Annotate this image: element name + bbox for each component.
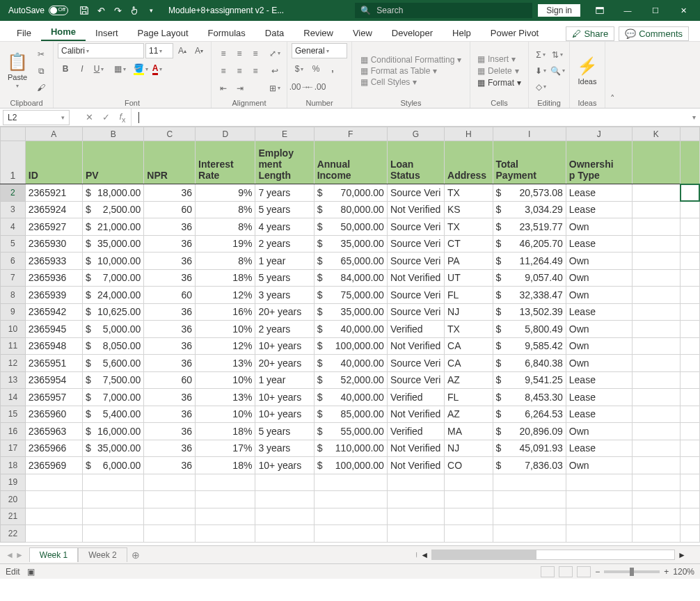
cell[interactable]: 36 [144,457,196,474]
align-top-icon[interactable]: ≡ [216,46,231,61]
col-header-[interactable] [681,127,699,141]
cell[interactable]: Not Verified [387,406,444,423]
cell[interactable]: $100,000.00 [314,337,387,355]
cell[interactable]: TX [445,321,493,338]
cell[interactable]: Not Verified [387,201,444,218]
cell[interactable]: 5 years [255,201,314,218]
horizontal-scrollbar[interactable] [431,550,675,560]
cell[interactable]: PA [445,253,493,270]
cell[interactable]: 2365963 [25,423,82,440]
signin-button[interactable]: Sign in [538,4,580,17]
cell[interactable]: 36 [144,406,196,423]
cell[interactable] [445,491,493,508]
chevron-down-icon[interactable]: ▾ [61,114,65,121]
cell[interactable] [681,253,699,270]
cell[interactable]: MA [445,423,493,440]
cell[interactable]: 36 [144,253,196,270]
cell[interactable]: $6,264.53 [493,406,566,423]
zoom-slider[interactable] [604,570,660,573]
cell[interactable] [196,508,255,525]
cell[interactable]: 36 [144,235,196,253]
cell[interactable] [387,525,444,543]
cell[interactable]: $9,057.40 [493,269,566,287]
cell[interactable]: 7 years [255,184,314,202]
cell[interactable] [632,423,680,440]
cell[interactable]: 10+ years [255,457,314,474]
sheet-tab-week1[interactable]: Week 1 [29,547,78,562]
cell[interactable]: Own [566,423,632,440]
cell[interactable]: TX [445,218,493,236]
cell[interactable] [632,389,680,406]
cell[interactable]: 2365951 [25,355,82,372]
cell[interactable] [632,474,680,491]
cell[interactable] [493,508,566,525]
cell[interactable] [25,491,82,508]
cell[interactable] [566,525,632,543]
tab-view[interactable]: View [343,25,382,41]
cell[interactable]: $21,000.00 [82,218,143,236]
scroll-left-icon[interactable]: ◄ [420,550,429,560]
header-cell[interactable]: ID [25,141,82,184]
cell[interactable]: 5 years [255,269,314,287]
align-right-icon[interactable]: ≡ [248,63,263,79]
col-header-D[interactable]: D [196,127,255,141]
row-header-15[interactable]: 15 [1,406,26,423]
cell[interactable] [255,491,314,508]
cell[interactable] [681,525,699,543]
cell[interactable] [493,474,566,491]
cell[interactable]: Own [566,355,632,372]
col-header-B[interactable]: B [82,127,143,141]
cell[interactable]: 1 year [255,253,314,270]
cell[interactable] [144,474,196,491]
row-header-16[interactable]: 16 [1,423,26,440]
cell[interactable]: $6,000.00 [82,457,143,474]
cell[interactable]: Source Veri [387,287,444,304]
conditional-formatting-button[interactable]: ▦ Conditional Formatting ▾ [358,55,465,65]
cell[interactable] [632,201,680,218]
cell[interactable]: 36 [144,440,196,457]
cell[interactable]: $13,502.39 [493,303,566,321]
cell[interactable]: Own [566,218,632,236]
cell[interactable]: 13% [196,355,255,372]
cell[interactable] [314,491,387,508]
font-name-combo[interactable]: Calibri [58,43,144,58]
cell[interactable]: $55,000.00 [314,423,387,440]
col-header-I[interactable]: I [493,127,566,141]
cell[interactable] [681,389,699,406]
cell[interactable] [632,508,680,525]
cell[interactable] [25,474,82,491]
cell[interactable] [681,235,699,253]
cell[interactable]: Own [566,269,632,287]
cell[interactable] [632,406,680,423]
cell[interactable] [25,525,82,543]
font-color-icon[interactable]: A [150,61,165,77]
tab-data[interactable]: Data [255,25,294,41]
cell[interactable]: 2 years [255,235,314,253]
cell[interactable]: Own [566,321,632,338]
cell[interactable] [25,508,82,525]
tab-insert[interactable]: Insert [86,25,128,41]
align-middle-icon[interactable]: ≡ [232,46,247,61]
cell[interactable] [681,184,699,202]
cell[interactable]: $35,000.00 [314,303,387,321]
select-all-corner[interactable] [1,127,26,141]
cell[interactable]: Source Veri [387,235,444,253]
cell[interactable] [387,508,444,525]
cell[interactable]: 1 year [255,371,314,389]
paste-button[interactable]: 📋 Paste ▾ [4,52,31,89]
cell[interactable] [681,406,699,423]
cell[interactable] [144,508,196,525]
cell[interactable]: $10,000.00 [82,253,143,270]
cell[interactable]: $84,000.00 [314,269,387,287]
cell[interactable] [632,491,680,508]
row-header-19[interactable]: 19 [1,474,26,491]
tab-powerpivot[interactable]: Power Pivot [481,25,548,41]
cell[interactable]: KS [445,201,493,218]
cell[interactable]: 18% [196,269,255,287]
italic-button[interactable]: I [74,61,90,77]
col-header-J[interactable]: J [566,127,632,141]
cell[interactable]: TX [445,184,493,202]
comma-format-icon[interactable]: , [325,61,340,77]
copy-icon[interactable]: ⧉ [33,63,49,79]
number-format-combo[interactable]: General [292,43,347,58]
